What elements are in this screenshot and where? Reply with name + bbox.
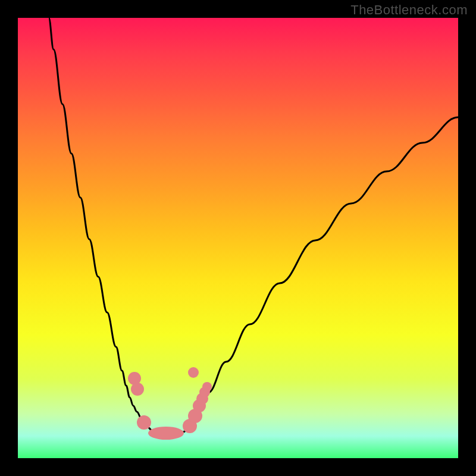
plot-area [18, 18, 458, 458]
bottleneck-curve [18, 18, 458, 458]
marker-dot [131, 383, 144, 396]
marker-dot [202, 382, 212, 392]
marker-pill [148, 427, 184, 440]
chart-frame: TheBottleneck.com [0, 0, 476, 476]
attribution-text: TheBottleneck.com [350, 2, 468, 18]
curve-right-branch [189, 117, 458, 427]
marker-dot [188, 367, 199, 378]
curve-left-branch [49, 18, 148, 427]
marker-dot [137, 415, 151, 430]
curve-markers [128, 367, 212, 440]
